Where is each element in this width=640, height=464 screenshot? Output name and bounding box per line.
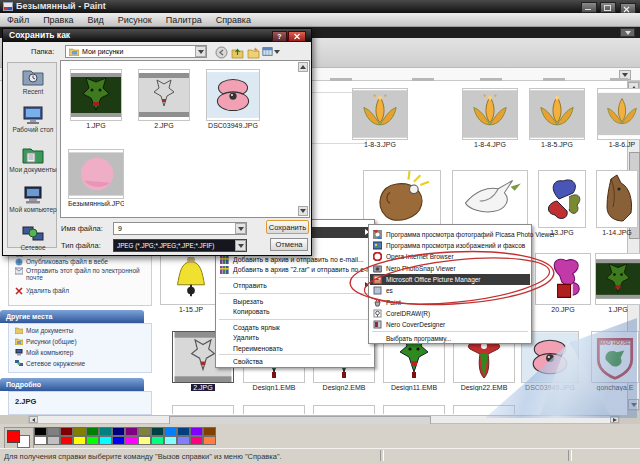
minimize-button[interactable] <box>581 2 597 13</box>
cancel-button[interactable]: Отмена <box>270 238 308 251</box>
place-shared-pictures[interactable]: Рисунки (общие) <box>15 338 149 345</box>
task-publish-file[interactable]: Опубликовать файл в вебе <box>15 258 149 266</box>
context-menu-item-create-shortcut[interactable]: Создать ярлык <box>217 322 373 333</box>
palette-color[interactable] <box>99 436 112 445</box>
open-with-nero-photosnap[interactable]: Nero PhotoSnap Viewer <box>370 263 530 274</box>
explorer-toolbar-button[interactable] <box>620 28 635 37</box>
palette-color[interactable] <box>112 436 125 445</box>
task-delete-file[interactable]: Удалить файл <box>15 287 149 295</box>
up-folder-button[interactable] <box>231 45 244 58</box>
palette-color[interactable] <box>190 427 203 436</box>
open-with-es[interactable]: es <box>370 286 530 297</box>
open-with-nero-cover[interactable]: Nero CoverDesigner <box>370 319 530 330</box>
palette-color[interactable] <box>164 436 177 445</box>
dialog-help-button[interactable]: ? <box>272 31 287 42</box>
file-thumbnail[interactable]: 1-15.JP <box>160 253 222 313</box>
list-scroll-up[interactable] <box>298 62 308 72</box>
file-thumbnail[interactable]: 1-8-5.JPG <box>529 88 585 148</box>
file-thumbnail[interactable]: 1.JPG <box>595 253 640 313</box>
file-thumbnail[interactable]: 1-8-3.JPG <box>352 88 408 148</box>
context-menu-item-properties[interactable]: Свойства <box>217 357 373 368</box>
save-button[interactable]: Сохранить <box>266 220 309 234</box>
foreground-color-swatch[interactable] <box>7 430 20 443</box>
place-my-documents[interactable]: Мои документы <box>15 327 149 334</box>
palette-color[interactable] <box>86 436 99 445</box>
palette-color[interactable] <box>151 427 164 436</box>
filetype-select[interactable]: JPEG (*.JPG;*.JPEG;*.JPE;*.JFIF) <box>113 239 247 252</box>
menu-image[interactable]: Рисунок <box>111 15 159 25</box>
filename-input[interactable]: 9 <box>113 222 247 235</box>
task-email-file[interactable]: Отправить этот файл по электронной почте <box>15 267 149 281</box>
context-menu-item-copy[interactable]: Копировать <box>217 307 373 318</box>
menu-help[interactable]: Справка <box>209 15 258 25</box>
menu-palette[interactable]: Палитра <box>159 15 209 25</box>
file-thumbnail[interactable]: 1-14.JPG <box>596 170 638 236</box>
context-menu-item-rename[interactable]: Переименовать <box>217 343 373 354</box>
palette-color[interactable] <box>86 427 99 436</box>
place-network[interactable]: Сетевое <box>8 225 58 251</box>
back-button[interactable] <box>215 45 228 58</box>
file-thumbnail[interactable]: 1-8-4.JPG <box>462 88 518 148</box>
open-with-ms-picture-manager[interactable]: Microsoft Office Picture Manager <box>370 274 530 285</box>
other-places-header[interactable]: Другие места <box>0 310 144 323</box>
new-folder-button[interactable] <box>247 45 260 58</box>
open-with-picasa[interactable]: Программа просмотра фотографий Picasa Ph… <box>370 229 530 240</box>
dialog-file-thumbnail[interactable]: 1.JPG <box>70 69 122 129</box>
hscroll-thumb[interactable] <box>169 416 431 424</box>
palette-color[interactable] <box>73 427 86 436</box>
folder-select[interactable]: Мои рисунки <box>65 45 207 58</box>
palette-color[interactable] <box>177 436 190 445</box>
palette-color[interactable] <box>203 427 216 436</box>
palette-color[interactable] <box>47 436 60 445</box>
filetype-dropdown-button[interactable] <box>235 240 246 251</box>
palette-color[interactable] <box>138 427 151 436</box>
dialog-file-thumbnail[interactable]: DSC03949.JPG <box>206 69 260 129</box>
place-my-computer[interactable]: Мой компьютер <box>8 185 58 213</box>
palette-color[interactable] <box>60 436 73 445</box>
palette-color[interactable] <box>177 427 190 436</box>
context-menu-item-cut[interactable]: Вырезать <box>217 296 373 307</box>
views-button[interactable] <box>262 45 280 58</box>
palette-color[interactable] <box>60 427 73 436</box>
open-with-choose-program[interactable]: Выбрать программу... <box>370 334 530 345</box>
place-recent[interactable]: Recent <box>8 67 58 95</box>
dialog-close-button[interactable] <box>288 31 306 42</box>
current-color-well[interactable] <box>4 427 34 450</box>
list-scroll-down[interactable] <box>298 206 308 216</box>
menu-edit[interactable]: Правка <box>36 15 80 25</box>
scroll-left-button[interactable] <box>29 416 38 423</box>
dialog-file-thumbnail[interactable]: Безымянный.JPG <box>68 149 124 207</box>
palette-color[interactable] <box>138 436 151 445</box>
context-menu-item-add-archive-rar-email[interactable]: Добавить в архив "2.rar" и отправить по … <box>217 265 373 276</box>
place-desktop[interactable]: Рабочий стол <box>8 105 58 133</box>
menu-file[interactable]: Файл <box>0 15 36 25</box>
open-with-opera[interactable]: Opera Internet Browser <box>370 252 530 263</box>
palette-color[interactable] <box>190 436 203 445</box>
place-network[interactable]: Сетевое окружение <box>15 360 149 367</box>
palette-color[interactable] <box>112 427 125 436</box>
file-thumbnail[interactable] <box>452 170 528 228</box>
palette-color[interactable] <box>125 427 138 436</box>
file-thumbnail[interactable]: 20.JPG <box>535 253 591 313</box>
place-my-documents[interactable]: Мои документы <box>8 145 58 173</box>
palette-color[interactable] <box>164 427 177 436</box>
dialog-file-thumbnail[interactable]: 2.JPG <box>138 69 190 129</box>
open-with-image-fax-viewer[interactable]: Программа просмотра изображений и факсов <box>370 240 530 251</box>
place-my-computer[interactable]: Мой компьютер <box>15 349 149 356</box>
palette-color[interactable] <box>34 427 47 436</box>
palette-color[interactable] <box>151 436 164 445</box>
palette-color[interactable] <box>125 436 138 445</box>
details-header[interactable]: Подробно <box>0 378 144 391</box>
palette-color[interactable] <box>47 427 60 436</box>
palette-color[interactable] <box>203 436 216 445</box>
open-with-coreldraw[interactable]: CorelDRAW(R) <box>370 308 530 319</box>
maximize-button[interactable] <box>600 2 616 13</box>
file-thumbnail[interactable]: 13.JPG <box>538 170 586 236</box>
palette-color[interactable] <box>73 436 86 445</box>
menu-view[interactable]: Вид <box>81 15 111 25</box>
open-with-paint[interactable]: Paint <box>370 297 530 308</box>
filename-dropdown-button[interactable] <box>235 223 246 234</box>
context-menu-item-delete[interactable]: Удалить <box>217 333 373 344</box>
file-thumbnail[interactable]: 1-8-6.JP <box>597 88 640 148</box>
palette-color[interactable] <box>99 427 112 436</box>
